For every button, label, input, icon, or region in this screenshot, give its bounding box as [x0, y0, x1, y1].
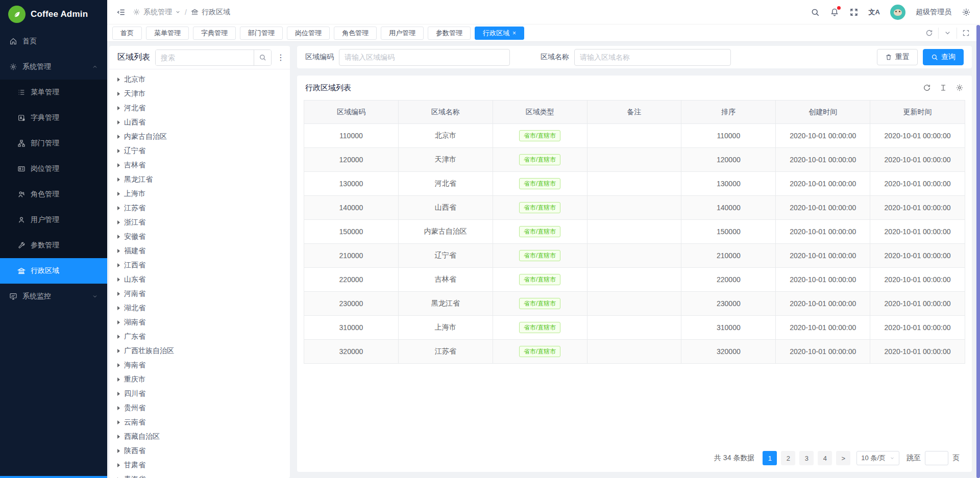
column-settings-gear-icon[interactable] — [955, 84, 964, 92]
caret-right-icon[interactable] — [117, 220, 120, 224]
sidebar-item-param-mgmt[interactable]: 参数管理 — [0, 233, 107, 258]
settings-gear-icon[interactable] — [962, 8, 971, 17]
query-button[interactable]: 查询 — [923, 49, 964, 65]
tree-item-2[interactable]: 河北省 — [114, 101, 290, 115]
caret-right-icon[interactable] — [117, 378, 120, 382]
caret-right-icon[interactable] — [117, 249, 120, 253]
tab-3[interactable]: 部门管理 — [240, 27, 283, 40]
table-row-6[interactable]: 220000吉林省省市/直辖市2200002020-10-01 00:00:00… — [304, 268, 965, 292]
page-button-4[interactable]: 4 — [818, 451, 832, 465]
table-row-9[interactable]: 320000江苏省省市/直辖市3200002020-10-01 00:00:00… — [304, 340, 965, 364]
tree-item-9[interactable]: 江苏省 — [114, 201, 290, 215]
tab-4[interactable]: 岗位管理 — [287, 27, 330, 40]
tree-item-20[interactable]: 海南省 — [114, 358, 290, 372]
fullscreen-icon[interactable] — [849, 8, 859, 17]
caret-right-icon[interactable] — [117, 192, 120, 196]
tab-8[interactable]: 行政区域× — [475, 27, 524, 40]
tree-item-18[interactable]: 广东省 — [114, 330, 290, 344]
table-row-4[interactable]: 150000内蒙古自治区省市/直辖市1500002020-10-01 00:00… — [304, 220, 965, 244]
tree-item-25[interactable]: 西藏自治区 — [114, 430, 290, 444]
sidebar-item-system[interactable]: 系统管理 — [0, 54, 107, 80]
table-row-3[interactable]: 140000山西省省市/直辖市1400002020-10-01 00:00:00… — [304, 196, 965, 220]
caret-right-icon[interactable] — [117, 435, 120, 439]
chevron-down-icon[interactable] — [175, 9, 181, 15]
caret-right-icon[interactable] — [117, 120, 120, 124]
table-row-2[interactable]: 130000河北省省市/直辖市1300002020-10-01 00:00:00… — [304, 172, 965, 196]
page-button-3[interactable]: 3 — [799, 451, 814, 465]
tree-item-19[interactable]: 广西壮族自治区 — [114, 344, 290, 358]
caret-right-icon[interactable] — [117, 163, 120, 167]
page-scrollbar[interactable] — [976, 25, 980, 478]
tree-item-23[interactable]: 贵州省 — [114, 401, 290, 415]
content-fullscreen-button[interactable] — [957, 28, 975, 39]
sidebar-item-menu-mgmt[interactable]: 菜单管理 — [0, 80, 107, 105]
sidebar-item-dict-mgmt[interactable]: 字典管理 — [0, 105, 107, 131]
tree-item-6[interactable]: 吉林省 — [114, 158, 290, 172]
tree-item-3[interactable]: 山西省 — [114, 115, 290, 130]
translate-icon[interactable]: 文A — [869, 8, 880, 17]
tree-item-15[interactable]: 河南省 — [114, 287, 290, 301]
tree-item-13[interactable]: 江西省 — [114, 258, 290, 272]
sidebar-item-post-mgmt[interactable]: 岗位管理 — [0, 156, 107, 182]
table-row-8[interactable]: 310000上海市省市/直辖市3100002020-10-01 00:00:00… — [304, 316, 965, 340]
sidebar-item-monitor[interactable]: 系统监控 — [0, 284, 107, 309]
tree-item-21[interactable]: 重庆市 — [114, 372, 290, 387]
region-name-input[interactable] — [574, 49, 731, 66]
tab-6[interactable]: 用户管理 — [381, 27, 424, 40]
caret-right-icon[interactable] — [117, 149, 120, 153]
tree-item-17[interactable]: 湖南省 — [114, 315, 290, 330]
sidebar-item-home[interactable]: 首页 — [0, 29, 107, 54]
caret-right-icon[interactable] — [117, 306, 120, 310]
caret-right-icon[interactable] — [117, 135, 120, 139]
tab-actions-dropdown[interactable] — [938, 28, 957, 39]
caret-right-icon[interactable] — [117, 363, 120, 367]
kebab-menu-icon[interactable]: ⋮ — [277, 54, 284, 62]
caret-right-icon[interactable] — [117, 349, 120, 353]
menu-fold-icon[interactable] — [116, 8, 126, 17]
caret-right-icon[interactable] — [117, 92, 120, 96]
tab-5[interactable]: 角色管理 — [334, 27, 377, 40]
sidebar-scrollbar[interactable] — [0, 476, 107, 478]
tree-item-4[interactable]: 内蒙古自治区 — [114, 130, 290, 144]
tree-item-8[interactable]: 上海市 — [114, 187, 290, 201]
tree-item-0[interactable]: 北京市 — [114, 72, 290, 87]
caret-right-icon[interactable] — [117, 392, 120, 396]
app-logo[interactable]: Coffee Admin — [0, 0, 107, 29]
caret-right-icon[interactable] — [117, 335, 120, 339]
caret-right-icon[interactable] — [117, 292, 120, 296]
sidebar-item-role-mgmt[interactable]: 角色管理 — [0, 182, 107, 207]
refresh-tab-button[interactable] — [920, 28, 938, 39]
page-button-1[interactable]: 1 — [763, 451, 777, 465]
reset-button[interactable]: 重置 — [877, 49, 918, 65]
caret-right-icon[interactable] — [117, 463, 120, 467]
caret-right-icon[interactable] — [117, 278, 120, 282]
tree-item-14[interactable]: 山东省 — [114, 272, 290, 287]
tree-search-button[interactable] — [254, 50, 271, 65]
table-row-7[interactable]: 230000黑龙江省省市/直辖市2300002020-10-01 00:00:0… — [304, 292, 965, 316]
search-icon[interactable] — [811, 8, 820, 17]
tree-item-12[interactable]: 福建省 — [114, 244, 290, 258]
tree-item-7[interactable]: 黑龙江省 — [114, 172, 290, 187]
username[interactable]: 超级管理员 — [916, 8, 951, 17]
sidebar-item-dept-mgmt[interactable]: 部门管理 — [0, 131, 107, 156]
tree-item-11[interactable]: 安徽省 — [114, 230, 290, 244]
sidebar-item-region[interactable]: 行政区域 — [0, 258, 107, 284]
tree-item-28[interactable]: 青海省 — [114, 472, 290, 478]
tree-item-22[interactable]: 四川省 — [114, 387, 290, 401]
tree-item-27[interactable]: 甘肃省 — [114, 458, 290, 472]
region-code-input[interactable] — [339, 49, 510, 66]
avatar[interactable] — [890, 5, 905, 20]
tree-item-1[interactable]: 天津市 — [114, 87, 290, 101]
notification-bell[interactable] — [830, 8, 839, 17]
tree-item-24[interactable]: 云南省 — [114, 415, 290, 430]
caret-right-icon[interactable] — [117, 420, 120, 424]
caret-right-icon[interactable] — [117, 206, 120, 210]
refresh-icon[interactable] — [923, 84, 931, 92]
next-page-button[interactable]: > — [836, 451, 850, 465]
jump-page-input[interactable] — [925, 451, 948, 465]
caret-right-icon[interactable] — [117, 449, 120, 453]
caret-right-icon[interactable] — [117, 263, 120, 267]
caret-right-icon[interactable] — [117, 235, 120, 239]
sidebar-item-user-mgmt[interactable]: 用户管理 — [0, 207, 107, 233]
tab-close-icon[interactable]: × — [512, 30, 516, 36]
